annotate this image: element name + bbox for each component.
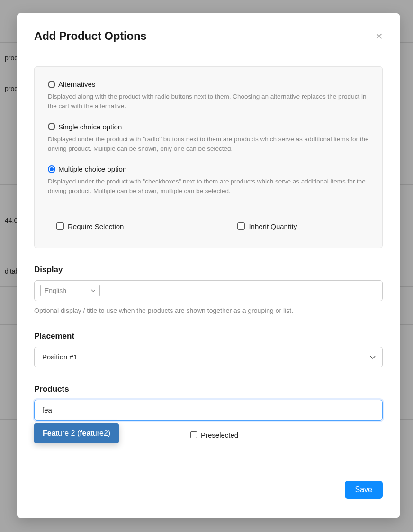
divider [48, 208, 369, 208]
placement-value: Position #1 [42, 353, 77, 361]
option-type-panel: Alternatives Displayed along with the pr… [34, 66, 383, 248]
ac-text: ture2) [90, 429, 110, 438]
require-selection-checkbox[interactable]: Require Selection [56, 222, 124, 230]
ac-match: fea [80, 429, 90, 438]
checkbox-icon [56, 222, 64, 230]
radio-desc: Displayed under the product with "checkb… [48, 177, 369, 196]
radio-alternatives[interactable]: Alternatives Displayed along with the pr… [48, 80, 369, 111]
radio-icon-selected [48, 165, 55, 173]
language-select[interactable]: English [35, 281, 114, 301]
preselected-checkbox[interactable]: Preselected [190, 431, 383, 439]
display-title-input[interactable] [114, 281, 382, 301]
checkbox-label: Inherit Quantity [249, 222, 297, 230]
radio-icon [48, 123, 55, 130]
placement-field: Placement Position #1 [34, 331, 383, 367]
chevron-down-icon [370, 356, 375, 358]
field-label: Products [34, 385, 383, 394]
display-field: Display English Optional display / title… [34, 265, 383, 314]
ac-text: ture 2 ( [56, 429, 80, 438]
display-helper: Optional display / title to use when the… [34, 307, 383, 314]
autocomplete-suggestion[interactable]: Feature 2 (feature2) [34, 423, 119, 443]
chevron-down-icon [91, 289, 96, 292]
language-value: English [45, 287, 66, 294]
checkbox-label: Require Selection [68, 222, 124, 230]
products-search-input[interactable] [34, 400, 383, 421]
radio-desc: Displayed along with the product with ra… [48, 92, 369, 111]
save-button[interactable]: Save [345, 481, 383, 499]
radio-label: Single choice option [58, 123, 122, 131]
checkbox-icon [237, 222, 245, 230]
placement-select[interactable]: Position #1 [34, 347, 383, 367]
add-product-options-modal: Add Product Options × Alternatives Displ… [17, 13, 400, 518]
checkbox-icon [190, 431, 197, 438]
modal-title: Add Product Options [34, 29, 147, 43]
field-label: Display [34, 265, 383, 275]
radio-icon [48, 81, 55, 88]
ac-match: Fea [43, 429, 56, 438]
radio-single-choice[interactable]: Single choice option Displayed under the… [48, 123, 369, 154]
radio-label: Multiple choice option [58, 165, 126, 173]
radio-multiple-choice[interactable]: Multiple choice option Displayed under t… [48, 165, 369, 196]
radio-label: Alternatives [58, 80, 95, 88]
close-icon[interactable]: × [376, 30, 383, 42]
radio-desc: Displayed under the product with "radio"… [48, 135, 369, 154]
products-field: Products Feature 2 (feature2) Preselecte… [34, 385, 383, 439]
checkbox-label: Preselected [201, 431, 238, 439]
field-label: Placement [34, 331, 383, 341]
inherit-quantity-checkbox[interactable]: Inherit Quantity [237, 222, 297, 230]
